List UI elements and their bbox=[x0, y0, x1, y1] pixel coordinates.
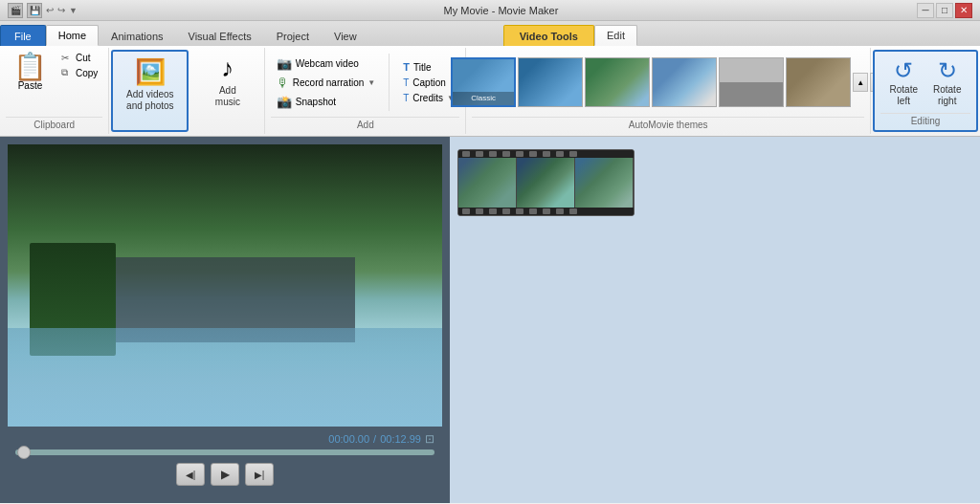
add-videos-group: 🖼️ Add videos and photos bbox=[111, 50, 189, 132]
next-frame-icon: ▶| bbox=[255, 470, 265, 480]
save-icon[interactable]: 💾 bbox=[27, 3, 42, 18]
next-frame-button[interactable]: ▶| bbox=[245, 463, 274, 486]
add-section-content: 📷 Webcam video 🎙 Record narration ▼ 📸 Sn… bbox=[273, 50, 458, 115]
title-bar-icons: 🎬 💾 ↩ ↪ ▼ bbox=[8, 3, 78, 18]
record-label: Record narration bbox=[293, 77, 364, 88]
play-button[interactable]: ▶ bbox=[211, 463, 239, 486]
close-btn[interactable]: ✕ bbox=[955, 3, 972, 18]
tab-view[interactable]: View bbox=[322, 25, 369, 46]
film-frame-1 bbox=[458, 158, 517, 208]
rewind-button[interactable]: ◀| bbox=[176, 463, 205, 486]
rotate-buttons: ↺ Rotate left ↻ Rotate right bbox=[884, 54, 968, 111]
rotate-left-icon: ↺ bbox=[894, 57, 913, 84]
expand-button[interactable]: ⊡ bbox=[425, 432, 434, 446]
add-music-button[interactable]: ♪ Add music bbox=[196, 50, 258, 112]
webcam-icon: 📷 bbox=[277, 56, 292, 71]
caption-icon: T bbox=[403, 77, 409, 88]
add-music-label: Add music bbox=[215, 85, 240, 108]
tab-file[interactable]: File bbox=[0, 25, 46, 46]
theme-1[interactable]: Classic bbox=[451, 57, 516, 107]
rotate-right-icon: ↻ bbox=[938, 57, 957, 84]
rotate-right-button[interactable]: ↻ Rotate right bbox=[927, 54, 967, 111]
film-frames bbox=[458, 158, 634, 208]
record-narration-button[interactable]: 🎙 Record narration ▼ bbox=[273, 74, 379, 92]
paste-icon: 📋 bbox=[13, 54, 47, 80]
tab-home[interactable]: Home bbox=[46, 25, 99, 46]
video-frame bbox=[8, 144, 442, 427]
app-icon: 🎬 bbox=[8, 3, 23, 18]
record-dropdown-icon: ▼ bbox=[368, 78, 375, 87]
current-time: 00:00.00 bbox=[328, 433, 369, 445]
main-content: 00:00.00 / 00:12.99 ⊡ ◀| ▶ ▶| bbox=[0, 137, 980, 503]
ribbon: File Home Animations Visual Effects Proj… bbox=[0, 21, 980, 137]
seek-thumb[interactable] bbox=[17, 446, 31, 459]
film-frame-3 bbox=[575, 158, 634, 208]
add-videos-icon: 🖼️ bbox=[135, 57, 166, 87]
playback-buttons: ◀| ▶ ▶| bbox=[15, 459, 434, 490]
rotate-left-label: Rotate left bbox=[890, 84, 918, 107]
play-icon: ▶ bbox=[221, 468, 230, 481]
cut-icon: ✂ bbox=[61, 53, 73, 63]
credits-label: Credits bbox=[412, 93, 443, 103]
theme-2[interactable] bbox=[518, 57, 583, 107]
tab-edit[interactable]: Edit bbox=[594, 25, 637, 46]
film-perforations-bottom bbox=[458, 208, 634, 215]
rewind-icon: ◀| bbox=[186, 470, 196, 480]
add-label: Add bbox=[271, 117, 459, 132]
minimize-btn[interactable]: ─ bbox=[917, 3, 934, 18]
undo-icon[interactable]: ↩ bbox=[46, 5, 54, 15]
seek-bar[interactable] bbox=[15, 449, 434, 455]
dropdown-arrow-icon[interactable]: ▼ bbox=[69, 6, 78, 15]
separator-v bbox=[389, 54, 390, 111]
paste-button[interactable]: 📋 Paste bbox=[6, 50, 55, 95]
editing-label: Editing bbox=[880, 113, 970, 128]
title-bar: 🎬 💾 ↩ ↪ ▼ My Movie - Movie Maker ─ □ ✕ bbox=[0, 0, 980, 21]
cut-label: Cut bbox=[76, 53, 91, 63]
add-music-icon: ♪ bbox=[221, 54, 234, 83]
copy-button[interactable]: ⧉ Copy bbox=[58, 66, 100, 79]
maximize-btn[interactable]: □ bbox=[936, 3, 953, 18]
rotate-right-label: Rotate right bbox=[933, 84, 961, 107]
snapshot-button[interactable]: 📸 Snapshot bbox=[273, 93, 379, 111]
credits-button[interactable]: T Credits ▼ bbox=[399, 91, 458, 105]
webcam-video-button[interactable]: 📷 Webcam video bbox=[273, 55, 379, 73]
window-controls: ─ □ ✕ bbox=[917, 3, 972, 18]
theme-3[interactable] bbox=[585, 57, 650, 107]
theme-5[interactable] bbox=[719, 57, 784, 107]
total-time: 00:12.99 bbox=[380, 433, 421, 445]
credits-icon: T bbox=[403, 93, 409, 103]
add-videos-label: Add videos and photos bbox=[126, 89, 174, 112]
title-button[interactable]: T Title bbox=[399, 59, 458, 75]
clipboard-group: 📋 Paste ✂ Cut ⧉ Copy Clipboard bbox=[0, 48, 109, 134]
theme-4[interactable] bbox=[652, 57, 717, 107]
film-strip[interactable] bbox=[457, 149, 635, 216]
themes-scroll-up[interactable]: ▲ bbox=[853, 73, 868, 92]
film-perforations-top bbox=[458, 150, 634, 158]
record-icon: 🎙 bbox=[277, 76, 289, 90]
theme-6[interactable] bbox=[786, 57, 851, 107]
tab-visual-effects[interactable]: Visual Effects bbox=[176, 25, 264, 46]
cut-button[interactable]: ✂ Cut bbox=[58, 52, 100, 64]
title-icon: T bbox=[403, 61, 410, 73]
add-videos-button[interactable]: 🖼️ Add videos and photos bbox=[119, 54, 181, 116]
themes-content: Classic ▲ bbox=[451, 50, 885, 115]
add-music-group: ♪ Add music bbox=[190, 48, 265, 134]
caption-label: Caption bbox=[412, 77, 445, 88]
redo-icon[interactable]: ↪ bbox=[57, 5, 65, 15]
media-buttons: 📷 Webcam video 🎙 Record narration ▼ 📸 Sn… bbox=[273, 55, 379, 111]
add-section-group: 📷 Webcam video 🎙 Record narration ▼ 📸 Sn… bbox=[265, 48, 466, 134]
timeline-area bbox=[450, 137, 980, 503]
tab-project[interactable]: Project bbox=[264, 25, 322, 46]
rotate-left-button[interactable]: ↺ Rotate left bbox=[884, 54, 924, 111]
webcam-label: Webcam video bbox=[296, 58, 359, 69]
time-display: 00:00.00 / 00:12.99 ⊡ bbox=[15, 432, 434, 446]
snapshot-icon: 📸 bbox=[277, 95, 292, 109]
caption-button[interactable]: T Caption bbox=[399, 76, 458, 90]
add-music-content: ♪ Add music bbox=[196, 50, 258, 132]
clipboard-label: Clipboard bbox=[6, 117, 102, 132]
time-separator: / bbox=[373, 433, 376, 445]
title-label: Title bbox=[413, 62, 432, 73]
tab-video-tools-label: Video Tools bbox=[503, 25, 594, 46]
tab-animations[interactable]: Animations bbox=[99, 25, 175, 46]
themes-group: Classic ▲ bbox=[466, 48, 871, 134]
